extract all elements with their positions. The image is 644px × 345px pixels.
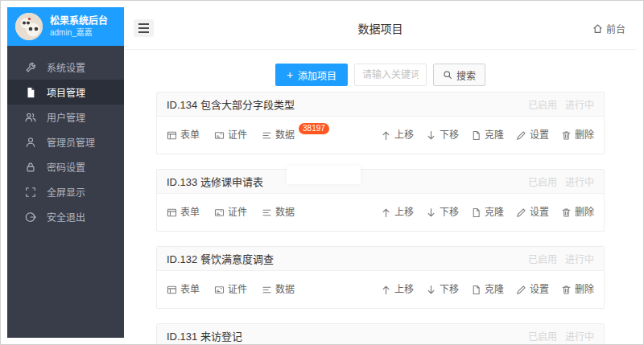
page-title: 数据项目	[124, 7, 637, 49]
move-up-button[interactable]: 上移	[381, 207, 414, 218]
form-link[interactable]: 表单	[167, 207, 200, 218]
card-header: ID.131 来访登记 已启用 进行中	[157, 324, 604, 344]
delete-button[interactable]: 删除	[561, 129, 594, 141]
trash-icon	[561, 130, 572, 141]
form-link[interactable]: 表单	[167, 129, 200, 141]
project-status: 已启用 进行中	[528, 97, 594, 111]
move-down-button[interactable]: 下移	[426, 207, 459, 218]
project-card: ID.134 包含大部分字段类型 已启用 进行中 表单	[156, 92, 605, 154]
file-icon	[25, 87, 36, 98]
sidebar-item-fullscreen[interactable]: 全屏显示	[7, 179, 124, 204]
certificate-link[interactable]: 证件	[214, 284, 247, 295]
home-icon	[592, 23, 603, 34]
sidebar-menu: 系统设置 项目管理 用户管理 管理员管理	[7, 46, 124, 229]
main-content: + 添加项目 搜索 ID.134 包含大部分字段类型 已启用 进行中	[124, 50, 637, 344]
status-running: 进行中	[565, 97, 594, 111]
data-icon	[262, 130, 272, 141]
brand-username: admin_嘉嘉	[50, 27, 108, 38]
data-icon	[262, 207, 272, 218]
form-link[interactable]: 表单	[167, 284, 200, 295]
search-input[interactable]	[354, 64, 427, 86]
project-title: ID.134 包含大部分字段类型	[167, 97, 295, 112]
search-button[interactable]: 搜索	[433, 64, 485, 86]
clone-icon	[471, 130, 481, 141]
idcard-icon	[214, 130, 225, 141]
lock-icon	[25, 162, 36, 173]
clone-button[interactable]: 克隆	[471, 129, 504, 141]
delete-button[interactable]: 删除	[561, 284, 594, 295]
sidebar-item-admin-management[interactable]: 管理员管理	[7, 129, 124, 154]
clone-icon	[471, 207, 481, 218]
tooltip-overlay	[287, 166, 361, 184]
sidebar-item-label: 系统设置	[47, 60, 85, 74]
settings-button[interactable]: 设置	[516, 284, 549, 295]
wrench-icon	[25, 62, 36, 73]
project-card: ID.131 来访登记 已启用 进行中	[156, 323, 605, 344]
panda-avatar-icon	[15, 13, 43, 40]
project-card: ID.132 餐饮满意度调查 已启用 进行中 表单 证件	[156, 246, 605, 309]
brand-title: 松果系统后台	[50, 15, 108, 27]
brand-header: 松果系统后台 admin_嘉嘉	[7, 7, 124, 46]
add-project-button[interactable]: + 添加项目	[275, 64, 348, 86]
sidebar-item-label: 管理员管理	[47, 135, 95, 149]
toolbar: + 添加项目 搜索	[124, 64, 637, 86]
fullscreen-icon	[25, 187, 36, 198]
clone-button[interactable]: 克隆	[471, 207, 504, 218]
card-links: 表单 证件 数据	[167, 284, 295, 295]
sidebar-item-system-settings[interactable]: 系统设置	[7, 55, 124, 80]
status-running: 进行中	[565, 175, 594, 188]
arrow-down-icon	[426, 285, 436, 295]
arrow-up-icon	[381, 130, 391, 141]
logout-icon	[25, 212, 36, 223]
data-count-badge: 38197	[299, 123, 329, 134]
topbar: 数据项目 前台	[124, 7, 637, 50]
project-card: ID.133 选修课申请表 已启用 进行中 表单 证件	[156, 169, 605, 232]
edit-icon	[516, 285, 526, 295]
card-actions: 上移 下移 克隆 设置	[381, 284, 594, 295]
data-link[interactable]: 数据 38197	[262, 129, 329, 141]
trash-icon	[561, 207, 572, 218]
certificate-link[interactable]: 证件	[214, 129, 247, 141]
settings-button[interactable]: 设置	[516, 129, 549, 141]
data-link[interactable]: 数据	[262, 284, 295, 295]
card-body: 表单 证件 数据 38197	[157, 117, 604, 154]
edit-icon	[516, 130, 526, 141]
search-label: 搜索	[456, 68, 476, 82]
delete-button[interactable]: 删除	[561, 207, 594, 218]
sidebar-item-logout[interactable]: 安全退出	[7, 204, 124, 229]
move-down-button[interactable]: 下移	[426, 284, 459, 295]
move-up-button[interactable]: 上移	[381, 284, 414, 295]
card-actions: 上移 下移 克隆 设置	[381, 129, 594, 141]
status-running: 进行中	[565, 252, 594, 265]
status-running: 进行中	[565, 329, 594, 343]
status-enabled: 已启用	[528, 97, 557, 111]
data-link[interactable]: 数据	[262, 207, 295, 218]
front-site-label: 前台	[606, 22, 625, 35]
clone-button[interactable]: 克隆	[471, 284, 504, 295]
trash-icon	[561, 285, 572, 295]
arrow-down-icon	[426, 130, 436, 141]
clone-icon	[471, 285, 481, 295]
admin-user-icon	[25, 137, 36, 148]
arrow-up-icon	[381, 285, 391, 295]
magnifier-icon	[443, 70, 452, 80]
project-title: ID.132 餐饮满意度调查	[167, 251, 274, 266]
settings-button[interactable]: 设置	[516, 207, 549, 218]
card-header: ID.132 餐饮满意度调查 已启用 进行中	[157, 247, 604, 271]
move-down-button[interactable]: 下移	[426, 129, 459, 141]
sidebar-item-label: 密码设置	[47, 160, 85, 174]
sidebar-item-project-management[interactable]: 项目管理	[7, 80, 124, 105]
users-icon	[25, 112, 36, 123]
idcard-icon	[214, 207, 225, 218]
move-up-button[interactable]: 上移	[381, 129, 414, 141]
card-body: 表单 证件 数据 上移	[157, 194, 604, 231]
sidebar-item-label: 用户管理	[47, 110, 85, 124]
sidebar-item-user-management[interactable]: 用户管理	[7, 105, 124, 129]
front-site-link[interactable]: 前台	[592, 7, 625, 49]
user-avatar	[15, 13, 43, 40]
certificate-link[interactable]: 证件	[214, 207, 247, 218]
edit-icon	[516, 207, 526, 218]
sidebar-item-password-settings[interactable]: 密码设置	[7, 154, 124, 179]
status-enabled: 已启用	[528, 175, 557, 188]
project-status: 已启用 进行中	[528, 175, 594, 188]
